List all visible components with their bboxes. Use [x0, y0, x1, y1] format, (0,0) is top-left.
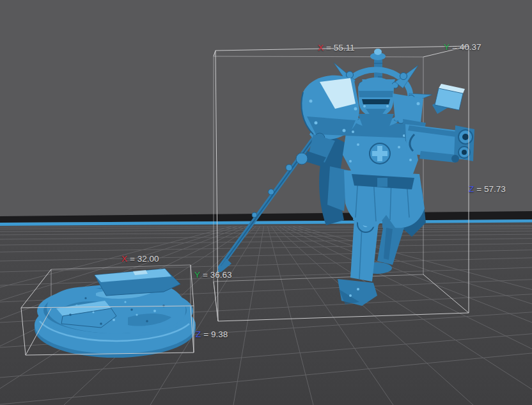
3d-viewport[interactable]: X= 55.11 Y= 40.37 Z= 57.73 X= 32.00 Y= 3… — [0, 0, 532, 405]
left-pauldron — [301, 75, 359, 139]
base-dimension-y: Y= 36.63 — [194, 270, 231, 280]
gorget — [358, 114, 394, 128]
base-dimension-x: X= 32.00 — [121, 254, 159, 264]
viewport-canvas[interactable]: X= 55.11 Y= 40.37 Z= 57.73 X= 32.00 Y= 3… — [0, 0, 532, 405]
visor-slit — [362, 99, 390, 104]
base-dimension-z: Z= 9.38 — [196, 330, 228, 339]
hand — [296, 153, 308, 164]
helmet — [358, 75, 394, 128]
figure-dimension-x: X= 55.11 — [318, 43, 354, 52]
figure-dimension-y: Y= 40.37 — [444, 42, 481, 52]
